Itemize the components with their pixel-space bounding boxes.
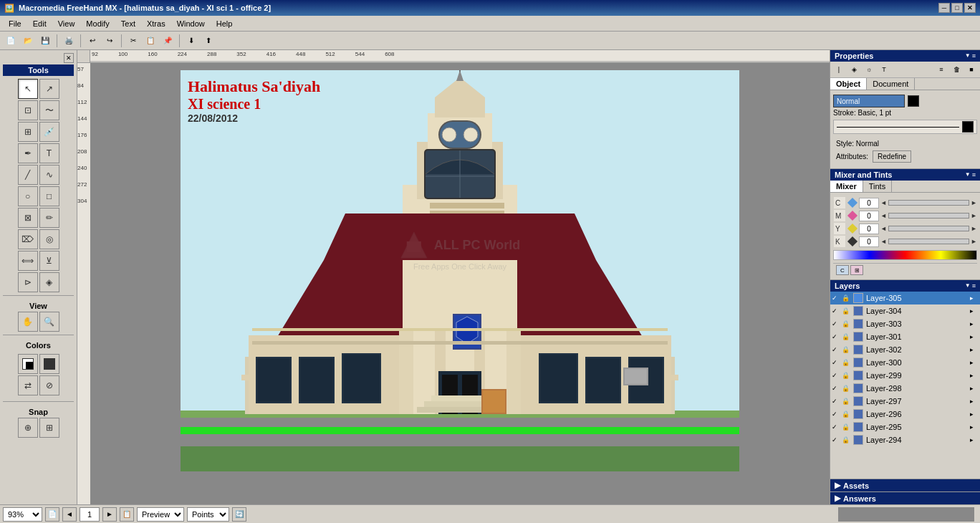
- layer-row[interactable]: ✓ 🔒 Layer-304 ▸: [830, 304, 980, 317]
- mixer-c-left[interactable]: ◄: [880, 199, 887, 206]
- layer-lock[interactable]: 🔒: [842, 346, 850, 353]
- mixer-m-left[interactable]: ◄: [880, 212, 887, 219]
- crop-tool[interactable]: ⊠: [18, 208, 38, 228]
- pen-tool[interactable]: ✒: [18, 143, 38, 163]
- text-tool[interactable]: T: [39, 143, 59, 163]
- paste-button[interactable]: 📌: [160, 33, 176, 49]
- layer-row[interactable]: ✓ 🔒 Layer-299 ▸: [830, 369, 980, 382]
- layer-visibility[interactable]: ✓: [832, 372, 840, 379]
- layer-visibility[interactable]: ✓: [832, 436, 840, 443]
- layer-lock[interactable]: 🔒: [842, 385, 850, 392]
- layer-row[interactable]: ✓ 🔒 Layer-296 ▸: [830, 408, 980, 421]
- layer-row[interactable]: ✓ 🔒 Layer-295 ▸: [830, 421, 980, 433]
- layer-lock[interactable]: 🔒: [842, 398, 850, 405]
- layer-options-btn[interactable]: ▸: [970, 320, 979, 327]
- layer-visibility[interactable]: ✓: [832, 333, 840, 340]
- layer-row[interactable]: ✓ 🔒 Layer-302 ▸: [830, 343, 980, 356]
- layer-lock[interactable]: 🔒: [842, 411, 850, 418]
- mixer-cmyk-icon[interactable]: C: [836, 265, 849, 275]
- mixer-k-value[interactable]: 0: [859, 236, 879, 247]
- mixer-y-slider[interactable]: [888, 226, 969, 231]
- menu-file[interactable]: File: [3, 18, 27, 29]
- layer-options-btn[interactable]: ▸: [970, 346, 979, 353]
- layer-lock[interactable]: 🔒: [842, 333, 850, 340]
- mixer-m-right[interactable]: ►: [971, 212, 977, 219]
- prop-menu-btn[interactable]: ≡: [934, 63, 948, 76]
- mixer-c-value[interactable]: 0: [859, 198, 879, 208]
- mixer-collapse[interactable]: ▼: [965, 171, 971, 178]
- menu-edit[interactable]: Edit: [27, 18, 52, 29]
- layer-visibility[interactable]: ✓: [832, 423, 840, 431]
- stroke-swatch[interactable]: [908, 95, 919, 107]
- layer-visibility[interactable]: ✓: [832, 346, 840, 353]
- mixer-m-slider[interactable]: [888, 213, 969, 219]
- prop-swatch-btn[interactable]: ■: [964, 63, 979, 76]
- layer-lock[interactable]: 🔒: [842, 359, 850, 366]
- layer-visibility[interactable]: ✓: [832, 398, 840, 405]
- scale-tool[interactable]: ⊡: [18, 100, 38, 120]
- cut-button[interactable]: ✂: [125, 33, 141, 49]
- panel-close-button[interactable]: ✕: [64, 53, 74, 63]
- layer-lock[interactable]: 🔒: [842, 320, 850, 327]
- layer-row[interactable]: ✓ 🔒 Layer-297 ▸: [830, 395, 980, 408]
- trace-tool[interactable]: ⊻: [39, 251, 59, 271]
- mixer-k-left[interactable]: ◄: [880, 238, 887, 245]
- zoom-tool[interactable]: 🔍: [39, 312, 59, 332]
- assets-header[interactable]: ▶ Assets: [830, 479, 980, 491]
- import-button[interactable]: ⬇: [183, 33, 199, 49]
- layers-collapse[interactable]: ▼: [965, 282, 971, 289]
- prop-text-btn[interactable]: T: [877, 63, 891, 76]
- line-tool[interactable]: ╱: [18, 165, 38, 185]
- page-prev-btn[interactable]: ◄: [62, 507, 77, 522]
- smudge-tool[interactable]: ◎: [39, 229, 59, 249]
- mixer-options[interactable]: ≡: [972, 171, 976, 178]
- fill-color-btn[interactable]: [39, 354, 59, 374]
- layer-row[interactable]: ✓ 🔒 Layer-303 ▸: [830, 317, 980, 330]
- tab-tints[interactable]: Tints: [863, 181, 892, 192]
- layer-options-btn[interactable]: ▸: [970, 385, 979, 392]
- page-number-input[interactable]: [80, 507, 100, 522]
- layer-options-btn[interactable]: ▸: [970, 294, 979, 302]
- mixer-gradient-bar[interactable]: [833, 250, 977, 260]
- layer-lock[interactable]: 🔒: [842, 423, 850, 431]
- mixer-c-right[interactable]: ►: [971, 199, 977, 206]
- style-color-box[interactable]: Normal: [833, 95, 905, 107]
- menu-modify[interactable]: Modify: [80, 18, 115, 29]
- freehand-tool[interactable]: ✏: [39, 208, 59, 228]
- new-button[interactable]: 📄: [3, 33, 19, 49]
- symbol-tool[interactable]: ◈: [39, 272, 59, 292]
- layer-visibility[interactable]: ✓: [832, 411, 840, 418]
- layer-visibility[interactable]: ✓: [832, 359, 840, 366]
- rect-tool[interactable]: □: [39, 186, 59, 206]
- mixer-k-right[interactable]: ►: [971, 238, 977, 245]
- layer-row[interactable]: ✓ 🔒 Layer-294 ▸: [830, 433, 980, 446]
- export-button[interactable]: ⬆: [201, 33, 216, 49]
- layer-options-btn[interactable]: ▸: [970, 333, 979, 340]
- select-tool[interactable]: ↖: [18, 79, 38, 99]
- tab-document[interactable]: Document: [867, 78, 915, 90]
- layer-lock[interactable]: 🔒: [842, 372, 850, 379]
- restore-button[interactable]: □: [951, 3, 963, 13]
- redefine-button[interactable]: Redefine: [873, 150, 911, 163]
- menu-view[interactable]: View: [52, 18, 81, 29]
- layers-options[interactable]: ≡: [972, 282, 976, 289]
- layer-row[interactable]: ✓ 🔒 Layer-301 ▸: [830, 330, 980, 343]
- layer-lock[interactable]: 🔒: [842, 294, 850, 302]
- tab-object[interactable]: Object: [830, 78, 867, 90]
- trace-btn[interactable]: 🔄: [232, 507, 246, 522]
- units-select[interactable]: Points Inches cm mm Picas: [187, 507, 229, 522]
- view-mode-select[interactable]: Preview Keyline Fast: [137, 507, 184, 522]
- properties-collapse[interactable]: ▼: [965, 52, 971, 59]
- blend-tool[interactable]: ⟺: [18, 251, 38, 271]
- none-stroke-btn[interactable]: ⊘: [39, 375, 59, 395]
- swap-colors-btn[interactable]: ⇄: [18, 375, 38, 395]
- copy-button[interactable]: 📋: [143, 33, 158, 49]
- layer-visibility[interactable]: ✓: [832, 294, 840, 302]
- mixer-y-value[interactable]: 0: [859, 224, 879, 234]
- menu-help[interactable]: Help: [211, 18, 239, 29]
- layer-row[interactable]: ✓ 🔒 Layer-298 ▸: [830, 382, 980, 395]
- mixer-grid-icon[interactable]: ⊞: [850, 265, 863, 275]
- page-options-btn[interactable]: 📋: [120, 507, 134, 522]
- layer-visibility[interactable]: ✓: [832, 385, 840, 392]
- redo-button[interactable]: ↪: [102, 33, 117, 49]
